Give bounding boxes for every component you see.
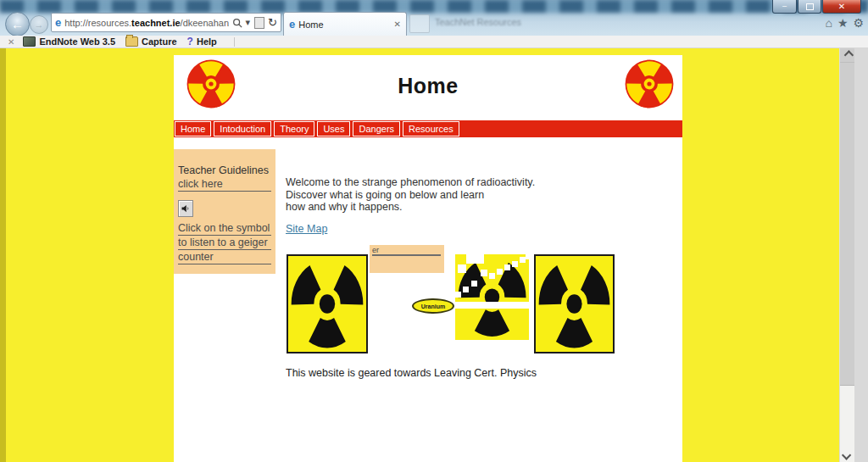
scroll-up-arrow[interactable] xyxy=(840,48,855,62)
tab-close-icon[interactable]: ✕ xyxy=(394,19,401,29)
window-right-edge xyxy=(854,48,868,462)
restore-icon xyxy=(806,3,814,10)
nav-tab-introduction[interactable]: Intoduction xyxy=(214,121,271,136)
animation-pixel xyxy=(455,292,461,298)
capture-folder-icon xyxy=(125,36,138,47)
chevron-up-icon xyxy=(844,50,854,59)
vertical-scrollbar[interactable] xyxy=(839,48,854,462)
help-button[interactable]: Help xyxy=(197,36,217,47)
speaker-icon[interactable] xyxy=(178,200,193,217)
forward-arrow-icon: → xyxy=(35,19,44,30)
endnote-icon xyxy=(23,36,36,47)
sidebar: Teacher Guidelines click here Click on t… xyxy=(174,149,275,274)
footer-text: This website is geared towards Leaving C… xyxy=(286,367,537,379)
animation-pixel xyxy=(481,270,487,276)
geiger-link-line-3[interactable]: counter xyxy=(178,251,271,264)
window-left-edge xyxy=(0,48,6,462)
refresh-icon[interactable]: ↻ xyxy=(268,16,277,29)
radiation-symbol-image-2[interactable] xyxy=(534,254,615,353)
scrollbar-thumb[interactable] xyxy=(840,62,855,386)
toolbar-divider xyxy=(234,37,235,47)
nav-tab-home[interactable]: Home xyxy=(175,121,211,136)
compatibility-view-icon[interactable] xyxy=(254,17,264,29)
nav-tab-uses[interactable]: Uses xyxy=(317,121,350,136)
back-button[interactable]: ← xyxy=(5,12,30,36)
teacher-guidelines-label: Teacher Guidelines xyxy=(178,164,275,176)
browser-window: – ✕ ← → e http://resources.teachnet.ie/d… xyxy=(0,0,868,462)
endnote-button[interactable]: EndNote Web 3.5 xyxy=(39,36,115,47)
new-tab-button[interactable] xyxy=(409,14,430,33)
nav-tab-dangers[interactable]: Dangers xyxy=(353,121,400,136)
url-domain: teachnet.ie xyxy=(131,18,180,28)
welcome-line-1: Welcome to the strange phenomenon of rad… xyxy=(286,176,535,189)
scroll-down-arrow[interactable] xyxy=(840,448,855,462)
clipped-link-box: er xyxy=(370,245,444,273)
browser-chrome: – ✕ ← → e http://resources.teachnet.ie/d… xyxy=(0,0,868,36)
chrome-right-icons: ⌂ ★ ⚙ xyxy=(825,16,864,30)
minimize-icon: – xyxy=(782,3,787,10)
welcome-text: Welcome to the strange phenomenon of rad… xyxy=(286,176,535,214)
forward-button[interactable]: → xyxy=(30,15,48,34)
help-question-icon: ? xyxy=(187,36,193,47)
search-icon[interactable] xyxy=(232,18,242,28)
radiation-logo-right xyxy=(625,59,674,109)
geiger-link-line-2[interactable]: to listen to a geiger xyxy=(178,237,271,250)
click-here-link[interactable]: click here xyxy=(178,178,271,192)
animation-pixel xyxy=(466,254,484,264)
animation-white-gap xyxy=(455,302,529,309)
chevron-down-icon xyxy=(842,450,851,459)
url-prefix: http://resources. xyxy=(64,18,131,28)
tools-gear-icon[interactable]: ⚙ xyxy=(853,16,864,30)
toolbar-close-icon[interactable]: ✕ xyxy=(8,37,14,47)
animation-pixel xyxy=(497,269,503,275)
animation-pixel xyxy=(520,257,526,263)
favorites-star-icon[interactable]: ★ xyxy=(837,16,849,30)
navigation-row: ← → e http://resources.teachnet.ie/dkeen… xyxy=(0,10,868,36)
capture-button[interactable]: Capture xyxy=(142,36,177,47)
radiation-animation-image[interactable] xyxy=(455,254,529,340)
home-icon[interactable]: ⌂ xyxy=(825,16,832,30)
url-text[interactable]: http://resources.teachnet.ie/dkeenahan/2… xyxy=(64,18,228,28)
command-toolbar: ✕ EndNote Web 3.5 Capture ? Help xyxy=(0,36,868,48)
page-viewport: Home Home Intoduction Theory Uses Danger… xyxy=(0,48,868,462)
animation-pixel xyxy=(458,264,466,273)
animation-pixel xyxy=(504,264,510,270)
animation-pixel xyxy=(526,254,529,259)
site-map-link[interactable]: Site Map xyxy=(286,223,327,235)
site-navbar: Home Intoduction Theory Uses Dangers Res… xyxy=(174,120,682,137)
nav-tab-theory[interactable]: Theory xyxy=(274,121,314,136)
tab-home[interactable]: e Home ✕ xyxy=(283,12,407,36)
address-bar[interactable]: e http://resources.teachnet.ie/dkeenahan… xyxy=(51,13,281,32)
animation-pixel xyxy=(471,281,477,287)
ie-page-icon: e xyxy=(55,17,61,28)
close-icon: ✕ xyxy=(838,3,845,10)
geiger-link-line-1[interactable]: Click on the symbol xyxy=(178,222,271,236)
page-content: Home Home Intoduction Theory Uses Danger… xyxy=(174,55,682,462)
welcome-line-2: Discover what is going on below and lear… xyxy=(286,189,535,202)
search-dropdown-icon[interactable]: ▾ xyxy=(246,17,251,28)
clipped-link-text[interactable]: er xyxy=(372,246,441,256)
background-window-tab: TeachNet Resources xyxy=(435,17,583,31)
ie-tab-icon: e xyxy=(289,19,295,30)
tab-title: Home xyxy=(298,19,393,30)
animation-pixel xyxy=(489,273,495,279)
radiation-symbol-image-1[interactable] xyxy=(287,254,368,353)
animation-pixel xyxy=(512,261,518,267)
welcome-line-3: how and why it happens. xyxy=(286,201,535,214)
radiation-trefoil-icon xyxy=(455,254,529,340)
animation-pixel xyxy=(463,287,469,292)
back-arrow-icon: ← xyxy=(11,17,24,31)
uranium-badge[interactable]: Uranium xyxy=(412,298,454,314)
page-title: Home xyxy=(174,74,682,98)
nav-tab-resources[interactable]: Resources xyxy=(403,121,459,136)
url-path: /dkeenahan/2004/ xyxy=(181,18,229,28)
